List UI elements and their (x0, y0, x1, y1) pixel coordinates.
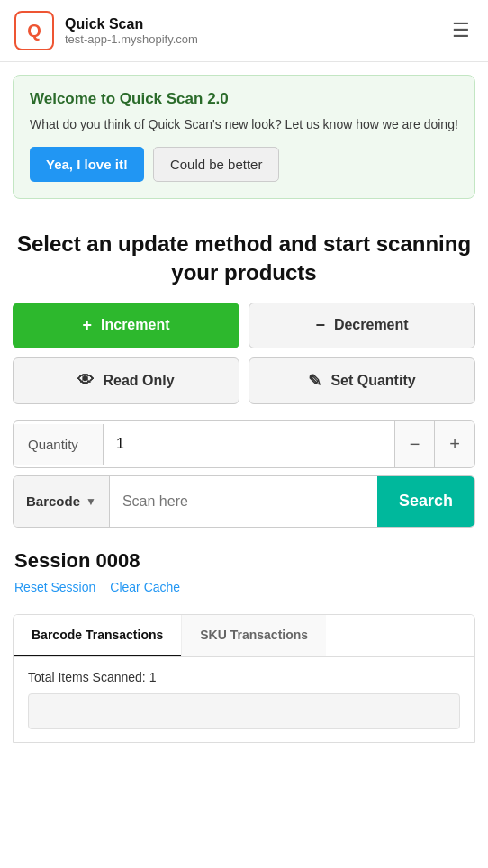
better-button[interactable]: Could be better (153, 147, 280, 182)
banner-buttons: Yea, I love it! Could be better (30, 147, 458, 182)
quantity-label: Quantity (14, 424, 104, 465)
tab-sku-transactions[interactable]: SKU Transactions (181, 615, 326, 656)
welcome-title: Welcome to Quick Scan 2.0 (30, 90, 458, 108)
love-button[interactable]: Yea, I love it! (30, 147, 144, 182)
method-grid: + Increment − Decrement 👁 Read Only ✎ Se… (0, 303, 488, 413)
total-items-label: Total Items Scanned: 1 (28, 670, 460, 684)
chevron-down-icon: ▼ (86, 495, 96, 508)
tab-content: Total Items Scanned: 1 (14, 656, 474, 742)
barcode-dropdown[interactable]: Barcode ▼ (14, 476, 110, 527)
header-text: Quick Scan test-app-1.myshopify.com (65, 16, 198, 46)
barcode-scan-input[interactable] (110, 476, 377, 527)
app-name: Quick Scan (65, 16, 198, 32)
tabs-container: Barcode Transactions SKU Transactions To… (13, 614, 475, 743)
increment-button[interactable]: + Increment (13, 303, 239, 348)
welcome-body: What do you think of Quick Scan's new lo… (30, 115, 458, 134)
menu-icon[interactable]: ☰ (448, 15, 474, 46)
minus-icon: − (315, 316, 325, 335)
main-heading: Select an update method and start scanni… (0, 212, 488, 303)
app-domain: test-app-1.myshopify.com (65, 32, 198, 46)
app-header: Q Quick Scan test-app-1.myshopify.com ☰ (0, 0, 488, 62)
quantity-plus-button[interactable]: + (434, 421, 474, 467)
header-left: Q Quick Scan test-app-1.myshopify.com (14, 11, 198, 50)
search-button[interactable]: Search (377, 476, 474, 527)
clear-cache-link[interactable]: Clear Cache (110, 580, 180, 594)
decrement-label: Decrement (334, 317, 409, 333)
plus-icon: + (83, 316, 93, 335)
barcode-row: Barcode ▼ Search (13, 475, 475, 528)
welcome-banner: Welcome to Quick Scan 2.0 What do you th… (13, 75, 475, 199)
barcode-dropdown-label: Barcode (26, 493, 80, 509)
session-title: Session 0008 (14, 549, 474, 573)
eye-icon: 👁 (77, 371, 94, 390)
tab-barcode-transactions[interactable]: Barcode Transactions (14, 615, 181, 656)
read-only-label: Read Only (103, 373, 174, 389)
reset-session-link[interactable]: Reset Session (14, 580, 95, 594)
quantity-row: Quantity 1 − + (13, 420, 475, 468)
edit-icon: ✎ (308, 371, 321, 391)
scan-result-row (28, 693, 460, 729)
app-logo: Q (14, 11, 54, 50)
session-section: Session 0008 Reset Session Clear Cache (0, 542, 488, 614)
set-quantity-label: Set Quantity (330, 373, 415, 389)
session-links: Reset Session Clear Cache (14, 580, 474, 594)
read-only-button[interactable]: 👁 Read Only (13, 357, 239, 404)
set-quantity-button[interactable]: ✎ Set Quantity (249, 357, 475, 404)
increment-label: Increment (101, 317, 169, 333)
decrement-button[interactable]: − Decrement (249, 303, 475, 348)
quantity-value: 1 (104, 423, 394, 465)
tabs-header: Barcode Transactions SKU Transactions (14, 615, 474, 656)
quantity-minus-button[interactable]: − (394, 421, 435, 467)
